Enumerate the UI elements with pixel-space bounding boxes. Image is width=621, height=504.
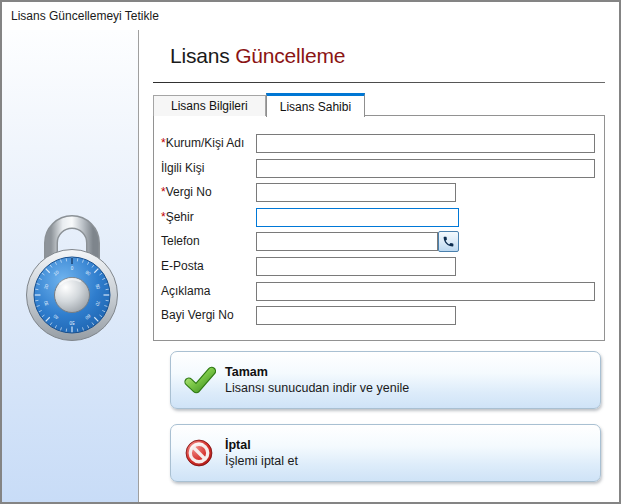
svg-text:50: 50 [69,320,75,325]
kurum-kisi-adi-input[interactable] [256,134,595,153]
page-title-part2: Güncelleme [235,44,345,67]
telefon-label: Telefon [161,234,200,248]
sidebar: 0908070605040302010 [2,30,139,502]
no-entry-icon [184,438,214,468]
phone-icon [442,235,455,248]
check-icon [184,366,216,394]
sehir-label: *Şehir [161,210,194,224]
phone-dial-button[interactable] [438,231,459,252]
bayi-vergi-no-label: Bayi Vergi No [161,308,234,322]
cancel-button[interactable]: İptal İşlemi iptal et [170,424,601,482]
sehir-input[interactable] [256,208,459,227]
cancel-button-subtitle: İşlemi iptal et [225,454,298,468]
ok-button-subtitle: Lisansı sunucudan indir ve yenile [225,381,409,395]
vergi-no-label: *Vergi No [161,185,212,199]
aciklama-input[interactable] [256,282,595,301]
eposta-input[interactable] [256,257,456,276]
page-title-part1: Lisans [170,44,230,67]
ok-button[interactable]: Tamam Lisansı sunucudan indir ve yenile [170,351,601,409]
vergi-no-input[interactable] [256,183,456,202]
cancel-button-title: İptal [225,438,298,452]
page-title: Lisans Güncelleme [170,44,345,68]
kurum-kisi-adi-label: *Kurum/Kişi Adı [161,136,244,150]
aciklama-label: Açıklama [161,284,210,298]
tab-page-lisans-sahibi: *Kurum/Kişi Adı İlgili Kişi *Vergi No *Ş… [153,115,605,341]
eposta-label: E-Posta [161,259,204,273]
svg-text:0: 0 [71,266,74,271]
telefon-input[interactable] [256,232,438,251]
ilgili-kisi-input[interactable] [256,159,595,178]
tab-lisans-sahibi[interactable]: Lisans Sahibi [266,93,365,117]
window-title: Lisans Güncellemeyi Tetikle [11,9,159,23]
titlebar: Lisans Güncellemeyi Tetikle [2,2,619,30]
header-rule [153,82,605,83]
license-update-window: Lisans Güncellemeyi Tetikle [0,0,621,504]
padlock-icon: 0908070605040302010 [24,202,120,342]
tab-lisans-bilgileri[interactable]: Lisans Bilgileri [153,95,266,116]
ok-button-title: Tamam [225,365,409,379]
tab-strip: Lisans Bilgileri Lisans Sahibi [153,92,365,116]
ilgili-kisi-label: İlgili Kişi [161,161,204,175]
bayi-vergi-no-input[interactable] [256,306,456,325]
